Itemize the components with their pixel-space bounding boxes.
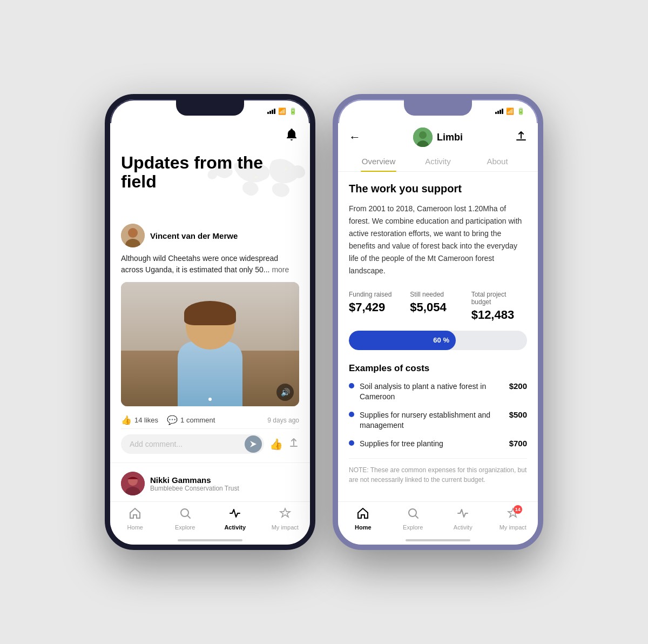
impact-badge: 14	[514, 505, 522, 514]
tab-overview[interactable]: Overview	[349, 151, 408, 171]
home-icon	[129, 507, 141, 522]
explore-icon-right	[407, 507, 419, 522]
likes-count: 14 likes	[134, 416, 158, 424]
cost-desc-2: Supplies for nursery establishment and m…	[360, 410, 504, 431]
nav-item-impact-right[interactable]: 14 My impact	[488, 507, 538, 531]
svg-point-9	[181, 509, 188, 516]
nav-label-explore-left: Explore	[175, 524, 195, 531]
note-text: NOTE: These are common expenses for this…	[349, 458, 527, 485]
nav-label-activity-right: Activity	[454, 524, 473, 531]
battery-icon: 🔋	[289, 108, 297, 115]
impact-icon	[279, 508, 291, 522]
home-icon-right	[357, 507, 369, 522]
post-author-row-1: Vincent van der Merwe	[121, 224, 299, 247]
nav-item-activity-left[interactable]: Activity	[210, 507, 260, 531]
author-name-1: Vincent van der Merwe	[150, 231, 238, 240]
svg-point-11	[419, 131, 427, 139]
section-title: The work you support	[349, 183, 527, 195]
status-icons-right: 📶 🔋	[495, 108, 525, 115]
hero-section: Updates from the field	[110, 145, 310, 215]
send-comment-button[interactable]	[245, 435, 262, 453]
home-indicator-left	[178, 539, 242, 541]
funding-label: Funding raised	[349, 291, 404, 298]
notch-right	[404, 99, 472, 116]
post-more-link[interactable]: more	[272, 265, 289, 274]
right-screen: ← Limbi Overview Activi	[338, 123, 538, 545]
nav-label-impact-right: My impact	[500, 524, 526, 531]
share-icon[interactable]	[288, 438, 299, 451]
budget-value: $12,483	[471, 308, 527, 322]
nav-item-activity-right[interactable]: Activity	[438, 507, 488, 531]
cost-desc-1: Soil analysis to plant a native forest i…	[360, 381, 504, 403]
tab-activity[interactable]: Activity	[408, 151, 468, 171]
nav-label-explore-right: Explore	[403, 524, 423, 531]
activity-icon-right	[457, 507, 469, 522]
right-content: The work you support From 2001 to 2018, …	[338, 172, 538, 507]
activity-icon	[229, 507, 241, 522]
nav-label-activity-left: Activity	[224, 524, 246, 531]
stat-budget: Total project budget $12,483	[471, 291, 527, 322]
post-card-1: Vincent van der Merwe Although wild Chee…	[110, 215, 310, 463]
cost-dot-3	[349, 440, 354, 446]
comments-count: 1 comment	[180, 416, 215, 424]
signal-icon	[267, 109, 275, 114]
post-author-row-2: Nikki Gammans Bumblebee Conservation Tru…	[121, 472, 299, 495]
like-comment-icon[interactable]: 👍	[269, 438, 283, 451]
cost-item-1: Soil analysis to plant a native forest i…	[349, 381, 527, 403]
post-action-left: 👍 14 likes 💬 1 comment	[121, 415, 215, 425]
needed-value: $5,054	[410, 300, 465, 314]
cost-dot-1	[349, 383, 354, 388]
comment-icon: 💬	[167, 415, 178, 425]
sound-toggle-button[interactable]: 🔊	[276, 384, 294, 401]
profile-header: Limbi	[413, 128, 463, 147]
impact-badge-container-left	[279, 507, 291, 522]
likes-action[interactable]: 👍 14 likes	[121, 415, 158, 425]
avatar-nikki	[121, 472, 145, 495]
svg-point-4	[128, 228, 138, 238]
post-actions-1: 👍 14 likes 💬 1 comment 9 days ago	[121, 412, 299, 429]
comment-placeholder: Add comment...	[130, 440, 183, 448]
nav-item-impact-left[interactable]: My impact	[260, 507, 310, 531]
carousel-dot	[208, 398, 212, 401]
bottom-nav-right: Home Explore Activity 14	[338, 501, 538, 545]
notification-bell-icon[interactable]	[284, 128, 299, 143]
cost-amount-2: $500	[509, 410, 527, 419]
right-phone: 9:41 📶 🔋 ←	[333, 94, 543, 550]
signal-icon-right	[495, 109, 503, 114]
nav-item-home-left[interactable]: Home	[110, 507, 160, 531]
cost-item-2: Supplies for nursery establishment and m…	[349, 410, 527, 431]
stat-funding: Funding raised $7,429	[349, 291, 404, 322]
costs-title: Examples of costs	[349, 363, 527, 374]
post-timestamp: 9 days ago	[267, 417, 299, 424]
nav-item-explore-right[interactable]: Explore	[388, 507, 438, 531]
nav-item-home-right[interactable]: Home	[338, 507, 388, 531]
cost-amount-1: $200	[509, 381, 527, 391]
comments-action[interactable]: 💬 1 comment	[167, 415, 215, 425]
profile-avatar	[413, 128, 433, 147]
stat-needed: Still needed $5,054	[410, 291, 465, 322]
tab-about[interactable]: About	[468, 151, 527, 171]
impact-badge-container-right: 14	[507, 507, 519, 522]
cost-amount-3: $700	[509, 439, 527, 448]
nav-label-impact-left: My impact	[272, 524, 299, 531]
nav-label-home-left: Home	[127, 524, 143, 531]
org-name-2: Bumblebee Conservation Trust	[150, 485, 239, 492]
cost-dot-2	[349, 412, 354, 417]
right-top-bar: ← Limbi	[338, 123, 538, 151]
author-info-2: Nikki Gammans Bumblebee Conservation Tru…	[150, 475, 239, 492]
svg-point-13	[409, 509, 416, 516]
wifi-icon: 📶	[278, 108, 286, 115]
nav-label-home-right: Home	[355, 524, 372, 531]
back-button[interactable]: ←	[349, 130, 361, 144]
progress-label: 60 %	[433, 336, 449, 344]
notch	[176, 99, 244, 116]
cost-desc-3: Supplies for tree planting	[360, 439, 504, 450]
battery-icon-right: 🔋	[517, 108, 525, 115]
progress-bar-container: 60 %	[349, 331, 527, 350]
share-button[interactable]	[515, 130, 527, 145]
comment-input-row: Add comment... 👍	[121, 434, 299, 454]
profile-name: Limbi	[437, 132, 463, 143]
left-phone: 9:41 📶 🔋 Updates from the field	[105, 94, 315, 550]
cost-item-3: Supplies for tree planting $700	[349, 439, 527, 450]
nav-item-explore-left[interactable]: Explore	[160, 507, 211, 531]
